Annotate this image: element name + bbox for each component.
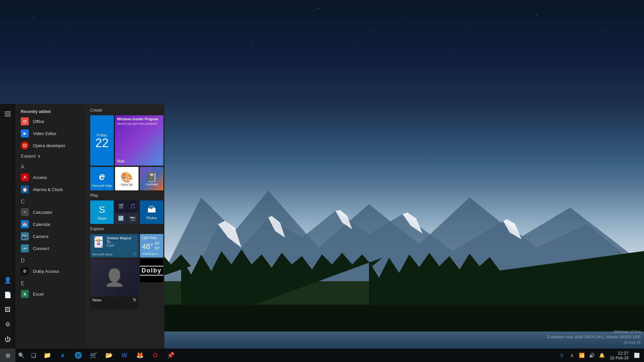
power-icon-button[interactable]: ⏻ — [1, 333, 14, 346]
taskbar-firefox[interactable]: 🦊 — [132, 349, 148, 362]
taskbar-store[interactable]: 🛒 — [86, 349, 101, 362]
tile-microsoft-store[interactable]: 🃏 Solitaire Magical To... Free* Microsof… — [90, 234, 139, 257]
app-item-office[interactable]: O Office — [15, 115, 86, 127]
onenote-label: OneNote — [146, 183, 158, 186]
tiles-row-4: 🃏 Solitaire Magical To... Free* Microsof… — [90, 234, 160, 257]
evaluation-watermark: Windows 10 Pro Evaluation copy. Build 18… — [547, 329, 641, 346]
taskbar-edge[interactable]: e — [55, 349, 70, 362]
tile-photos[interactable]: 🏔 Photos — [140, 200, 163, 224]
tile-edge[interactable]: e Microsoft Edge — [90, 167, 114, 190]
app-item-camera[interactable]: 📷 Camera — [15, 230, 86, 242]
tray-notification-icon[interactable]: 🔔 — [597, 349, 607, 362]
watermark-date: 22-Feb-19 — [547, 340, 641, 346]
media-cam-icon: 📷 — [127, 213, 139, 224]
edge-label: Microsoft Edge — [92, 184, 112, 187]
app-item-video-editor[interactable]: ▶ Video Editor — [15, 127, 86, 139]
tiles-row-5: 👤 News 📡 Dolby W Word — [90, 259, 160, 309]
app-item-alarms[interactable]: ⏰ Alarms & Clock — [15, 183, 86, 195]
weather-high: 49° — [154, 241, 160, 246]
taskbar-folder[interactable]: 📂 — [101, 349, 117, 362]
app-item-opera-dev[interactable]: O Opera developer — [15, 139, 86, 152]
start-windows-icon: ⊞ — [6, 352, 10, 359]
taskbar-unknown-app[interactable]: 📌 — [163, 349, 178, 362]
tile-media-group[interactable]: 🎬 🎵 🔢 📷 — [115, 200, 139, 224]
connect-icon: ⇌ — [21, 244, 29, 252]
taskbar-opera[interactable]: O — [148, 349, 163, 362]
action-center-icon: ⬜ — [634, 353, 640, 358]
media-groove-icon: 🎵 — [127, 200, 139, 212]
word-taskbar-icon: W — [122, 352, 127, 359]
create-section-label: Create — [90, 108, 160, 113]
access-icon: A — [21, 173, 29, 181]
calendar-icon: 📅 — [21, 220, 29, 228]
tray-skype-icon[interactable]: S — [557, 349, 567, 362]
tile-calendar[interactable]: Friday 22 — [90, 115, 114, 166]
app-item-access[interactable]: A Access — [15, 171, 86, 183]
volume-icon: 🔊 — [589, 353, 595, 358]
app-item-connect[interactable]: ⇌ Connect — [15, 242, 86, 254]
alarms-label: Alarms & Clock — [33, 187, 63, 192]
expand-button[interactable]: Expand ∨ — [15, 152, 86, 161]
video-editor-icon: ▶ — [21, 129, 29, 137]
tile-paint3d[interactable]: 🎨 Paint 3D — [115, 167, 139, 190]
folder-icon: 📂 — [105, 352, 113, 359]
paint3d-label: Paint 3D — [121, 183, 133, 186]
office-label: Office — [33, 119, 44, 124]
alarms-icon: ⏰ — [21, 185, 29, 193]
access-label: Access — [33, 175, 47, 180]
taskbar-file-explorer[interactable]: 📁 — [40, 349, 55, 362]
store-taskbar-icon: 🛒 — [90, 352, 97, 359]
sidebar-icon-panel: 👤 📄 🖼 ⚙ ⏻ — [0, 104, 15, 349]
dolby-d-icon: Dolby — [140, 266, 163, 276]
taskbar-chrome[interactable]: 🌐 — [70, 349, 86, 362]
tile-onenote[interactable]: 📓 OneNote — [140, 167, 163, 190]
paint3d-drop-icon: 🎨 — [120, 171, 133, 183]
dolby-icon: D — [21, 267, 29, 275]
insider-title: Windows Insider Program — [117, 117, 161, 121]
tray-volume-icon[interactable]: 🔊 — [587, 349, 597, 362]
tiles-panel: Create Friday 22 Windows Insider Program… — [86, 104, 164, 349]
task-view-icon: ❑ — [31, 352, 36, 359]
calculator-icon: = — [21, 208, 29, 216]
tile-news[interactable]: 👤 News 📡 — [90, 259, 139, 309]
search-icon: 🔍 — [18, 352, 25, 359]
calculator-label: Calculator — [33, 210, 53, 215]
weather-temp-main: 48° — [142, 243, 153, 250]
expand-tray-icon: ∧ — [570, 353, 574, 358]
tiles-row-1: Friday 22 Windows Insider Program Search… — [90, 115, 160, 166]
tile-weather[interactable]: Light Rain 48° 49° 39° Washington,... — [140, 234, 163, 257]
weather-condition: Light Rain — [142, 236, 161, 240]
app-item-calculator[interactable]: = Calculator — [15, 206, 86, 218]
skype-label: Skype — [97, 217, 107, 220]
play-section-label: Play — [90, 193, 160, 198]
edge-taskbar-icon: e — [61, 352, 64, 359]
media-movies-icon: 🎬 — [115, 200, 127, 212]
start-button[interactable]: ⊞ — [0, 349, 15, 362]
app-item-excel[interactable]: X Excel — [15, 288, 86, 300]
tile-skype[interactable]: S Skype — [90, 200, 114, 224]
tray-network-icon[interactable]: 📶 — [577, 349, 587, 362]
hamburger-menu-button[interactable] — [1, 107, 14, 121]
tiles-row-3: S Skype 🎬 🎵 🔢 📷 🏔 Photos — [90, 200, 160, 224]
store-game-icon: 🃏 — [92, 236, 105, 248]
search-button[interactable]: 🔍 — [15, 349, 28, 362]
app-item-dolby[interactable]: D Dolby Access — [15, 265, 86, 277]
documents-icon-button[interactable]: 📄 — [1, 288, 14, 302]
calendar-label: Calendar — [33, 222, 51, 227]
tray-expand-button[interactable]: ∧ — [567, 349, 577, 362]
app-item-calendar[interactable]: 📅 Calendar — [15, 218, 86, 230]
photos-icon-button[interactable]: 🖼 — [1, 303, 14, 316]
insider-mail-label: Mail — [117, 159, 161, 164]
settings-icon-button[interactable]: ⚙ — [1, 318, 14, 331]
expand-label: Expand — [21, 154, 36, 159]
task-view-button[interactable]: ❑ — [28, 349, 40, 362]
tile-dolby[interactable]: Dolby — [140, 259, 163, 282]
user-icon-button[interactable]: 👤 — [1, 274, 14, 287]
taskbar-word[interactable]: W — [117, 349, 132, 362]
app-list-panel: Recently added O Office ▶ Video Editor O… — [15, 104, 86, 349]
office-icon: O — [21, 117, 29, 125]
notification-center-button[interactable]: ⬜ — [632, 349, 641, 362]
tile-windows-insider[interactable]: Windows Insider Program Search just got … — [115, 115, 163, 166]
alpha-d-header: D — [15, 254, 86, 265]
clock-display[interactable]: 12:27 22-Feb-19 — [607, 351, 631, 360]
